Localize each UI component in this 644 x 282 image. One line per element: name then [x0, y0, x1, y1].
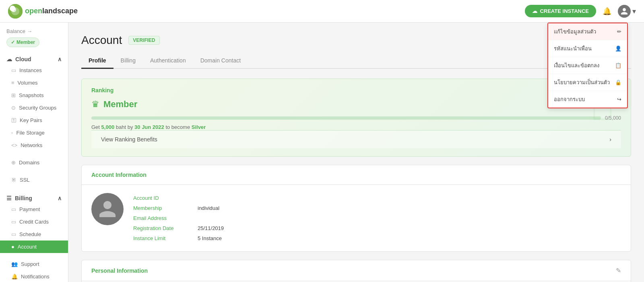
tab-profile[interactable]: Profile — [81, 53, 114, 69]
sidebar-item-notifications[interactable]: 🔔 Notifications — [0, 270, 68, 282]
chevron-right-icon: › — [609, 136, 611, 143]
account-info-card: Account Information Account ID Membershi… — [81, 165, 631, 252]
personal-info-card: Personal Information ✎ Personal Type Tha… — [81, 260, 631, 282]
chevron-up-icon: ∧ — [58, 56, 62, 62]
terms-icon: 📋 — [615, 62, 621, 68]
sidebar-item-file-storage[interactable]: ▫ File Storage — [0, 126, 68, 139]
user-menu-button[interactable]: ▾ — [618, 5, 636, 18]
security-groups-icon: ⊙ — [11, 105, 16, 111]
account-icon: ● — [11, 244, 14, 250]
domains-icon: ⊕ — [11, 160, 16, 166]
sidebar-item-security-groups[interactable]: ⊙ Security Groups — [0, 102, 68, 114]
page-title: Account — [81, 34, 122, 47]
tab-billing[interactable]: Billing — [114, 53, 143, 69]
snapshots-icon: ⊞ — [11, 92, 16, 98]
billing-section-icon: ☰ — [6, 195, 12, 201]
svg-point-3 — [12, 8, 15, 11]
ranking-title: Ranking — [91, 87, 621, 93]
sidebar-item-credit-cards[interactable]: ▭ Credit Cards — [0, 216, 68, 228]
ranking-hint: Get 5,000 baht by 30 Jun 2022 to become … — [91, 124, 621, 130]
sidebar-item-instances[interactable]: ▭ Instances — [0, 64, 68, 77]
dropdown-item-referral[interactable]: รหัสแนะนำเพื่อน 👤 — [548, 40, 627, 57]
volumes-icon: ≡ — [11, 80, 14, 86]
edit-personal-info-icon[interactable]: ✎ — [616, 267, 621, 274]
progress-row: 0/5,000 — [91, 115, 621, 121]
sidebar-item-snapshots[interactable]: ⊞ Snapshots — [0, 89, 68, 102]
instances-icon: ▭ — [11, 67, 16, 73]
dropdown-item-edit-profile[interactable]: แก้ไขข้อมูลส่วนตัว ✏ — [548, 23, 627, 40]
logo-icon — [8, 4, 23, 19]
dropdown-item-logout[interactable]: ออกจากระบบ ↪ — [548, 91, 627, 108]
balance-label: Balance — [6, 28, 25, 34]
check-icon: ✓ — [11, 39, 15, 45]
privacy-label: นโยบายความเป็นส่วนตัว — [554, 78, 610, 87]
logout-label: ออกจากระบบ — [554, 95, 585, 104]
logout-icon: ↪ — [617, 96, 621, 102]
user-dropdown-menu: แก้ไขข้อมูลส่วนตัว ✏ รหัสแนะนำเพื่อน 👤 เ… — [547, 23, 628, 108]
chevron-up-billing-icon: ∧ — [58, 195, 62, 201]
member-level-label: Member — [103, 99, 137, 110]
sidebar-balance[interactable]: Balance → — [0, 23, 68, 37]
dropdown-item-terms[interactable]: เงื่อนไขและข้อตกลง 📋 — [548, 57, 627, 74]
topnav: openlandscape ☁ CREATE INSTANCE 🔔 ▾ — [0, 0, 644, 23]
balance-arrow-icon: → — [27, 28, 32, 34]
chevron-down-icon: ▾ — [632, 7, 636, 16]
sidebar-item-ssl[interactable]: ⛨ SSL — [0, 174, 68, 186]
referral-icon: 👤 — [615, 46, 621, 52]
tab-authentication[interactable]: Authentication — [143, 53, 193, 69]
schedule-icon: ▭ — [11, 231, 16, 237]
sidebar-item-account[interactable]: ● Account — [0, 241, 68, 253]
info-row-email: Email Address — [133, 213, 621, 223]
dropdown-item-privacy[interactable]: นโยบายความเป็นส่วนตัว 🔒 — [548, 74, 627, 91]
notifications-icon: 🔔 — [11, 274, 18, 280]
verified-badge: VERIFIED — [128, 36, 159, 45]
terms-label: เงื่อนไขและข้อตกลง — [554, 61, 599, 70]
avatar — [91, 193, 124, 225]
info-row-instance-limit: Instance Limit 5 Instance — [133, 233, 621, 243]
cloud-icon: ☁ — [532, 8, 537, 14]
privacy-icon: 🔒 — [615, 79, 621, 85]
tab-domain-contact[interactable]: Domain Contact — [193, 53, 248, 69]
cloud-section-icon: ☁ — [6, 56, 12, 62]
networks-icon: <> — [11, 142, 17, 148]
referral-label: รหัสแนะนำเพื่อน — [554, 44, 592, 53]
view-ranking-benefits-button[interactable]: View Ranking Benefits › — [91, 130, 621, 148]
create-instance-label: CREATE INSTANCE — [540, 8, 589, 14]
sidebar: Balance → ✓ Member ☁ Cloud ∧ ▭ Instances… — [0, 23, 68, 282]
key-pairs-icon: ⚿ — [11, 117, 17, 123]
ssl-icon: ⛨ — [11, 177, 17, 183]
ranking-member: ♛ Member — [91, 99, 621, 110]
account-info-body: Account ID Membership individual Email A… — [82, 185, 631, 251]
file-storage-icon: ▫ — [11, 130, 13, 136]
personal-info-header: Personal Information ✎ — [82, 260, 631, 281]
info-row-registration-date: Registration Date 25/11/2019 — [133, 223, 621, 233]
edit-profile-label: แก้ไขข้อมูลส่วนตัว — [554, 27, 596, 36]
svg-point-2 — [11, 7, 16, 12]
payment-icon: ▭ — [11, 206, 16, 212]
sidebar-section-billing[interactable]: ☰ Billing ∧ — [0, 191, 68, 203]
logo: openlandscape — [8, 4, 78, 19]
crown-icon: ♛ — [91, 99, 99, 110]
sidebar-item-key-pairs[interactable]: ⚿ Key Pairs — [0, 114, 68, 126]
sidebar-member-badge: ✓ Member — [6, 37, 39, 47]
sidebar-item-payment[interactable]: ▭ Payment — [0, 203, 68, 216]
logo-text: openlandscape — [25, 7, 78, 15]
sidebar-section-cloud[interactable]: ☁ Cloud ∧ — [0, 52, 68, 64]
avatar — [618, 5, 631, 18]
topnav-right: ☁ CREATE INSTANCE 🔔 ▾ — [525, 5, 636, 18]
sidebar-item-domains[interactable]: ⊕ Domains — [0, 156, 68, 169]
progress-bar — [91, 116, 601, 120]
sidebar-item-volumes[interactable]: ≡ Volumes — [0, 77, 68, 89]
sidebar-item-support[interactable]: 👥 Support — [0, 258, 68, 270]
sidebar-item-networks[interactable]: <> Networks — [0, 139, 68, 151]
account-info-title: Account Information — [82, 165, 631, 185]
create-instance-button[interactable]: ☁ CREATE INSTANCE — [525, 5, 596, 17]
support-icon: 👥 — [11, 261, 18, 267]
edit-profile-icon: ✏ — [617, 29, 621, 35]
credit-cards-icon: ▭ — [11, 219, 16, 225]
notification-button[interactable]: 🔔 — [603, 7, 611, 16]
info-row-membership: Membership individual — [133, 203, 621, 213]
info-row-account-id: Account ID — [133, 193, 621, 203]
account-info-table: Account ID Membership individual Email A… — [133, 193, 621, 243]
sidebar-item-schedule[interactable]: ▭ Schedule — [0, 228, 68, 241]
